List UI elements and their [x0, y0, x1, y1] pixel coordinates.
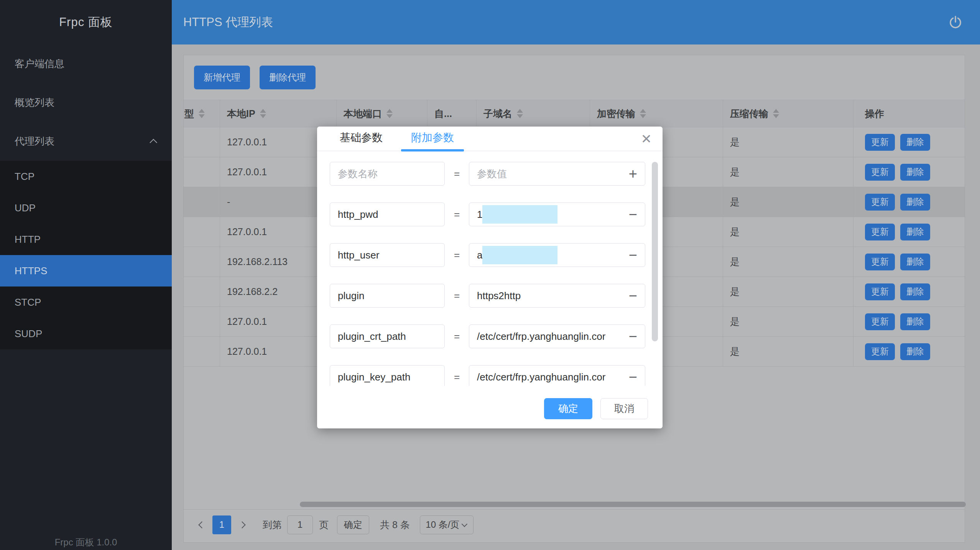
- update-button[interactable]: 更新: [865, 283, 895, 300]
- sidebar: Frpc 面板 客户端信息 概览列表 代理列表 TCP UDP HTTP HTT…: [0, 0, 172, 550]
- param-value-input[interactable]: a −: [469, 243, 645, 267]
- update-button[interactable]: 更新: [865, 164, 895, 181]
- update-button[interactable]: 更新: [865, 254, 895, 270]
- sort-icon[interactable]: [386, 109, 393, 118]
- sidebar-item-proxy-list[interactable]: 代理列表: [0, 122, 172, 161]
- sidebar-item-udp[interactable]: UDP: [0, 192, 172, 224]
- prev-page-button[interactable]: [194, 515, 209, 534]
- column-header-encrypt[interactable]: 加密传输: [590, 100, 723, 127]
- cancel-button[interactable]: 取消: [600, 398, 648, 419]
- redacted-selection: [482, 246, 557, 264]
- table-header-row: 型 本地IP 本地端口 自... 子域名: [184, 100, 965, 127]
- sort-icon[interactable]: [640, 109, 646, 118]
- param-row-new: 参数名称 = 参数值 +: [330, 162, 645, 186]
- param-name-input[interactable]: plugin_crt_path: [330, 324, 445, 348]
- sidebar-item-tcp[interactable]: TCP: [0, 161, 172, 192]
- chevron-down-icon: [462, 521, 468, 527]
- page-size-select[interactable]: 10 条/页: [420, 515, 474, 534]
- dialog-tabs: 基础参数 附加参数 ✕: [317, 127, 663, 151]
- delete-button[interactable]: 删除: [900, 313, 930, 330]
- total-count-label: 共 8 条: [380, 519, 410, 531]
- next-page-button[interactable]: [234, 515, 250, 534]
- page-unit-label: 页: [319, 519, 329, 531]
- tab-extra-params[interactable]: 附加参数: [401, 127, 464, 151]
- goto-confirm-button[interactable]: 确定: [337, 515, 369, 534]
- param-value-input[interactable]: /etc/cert/frp.yanghuanglin.cor −: [469, 324, 645, 348]
- sort-icon[interactable]: [517, 109, 523, 118]
- param-row: http_user = a −: [330, 243, 645, 267]
- delete-button[interactable]: 删除: [900, 283, 930, 300]
- sort-icon[interactable]: [773, 109, 779, 118]
- logout-button[interactable]: [947, 14, 964, 31]
- param-name-input[interactable]: 参数名称: [330, 162, 445, 186]
- delete-button[interactable]: 删除: [900, 343, 930, 360]
- equals-sign: =: [445, 249, 469, 261]
- add-param-icon[interactable]: +: [625, 166, 637, 181]
- remove-param-icon[interactable]: −: [625, 288, 637, 303]
- param-value-input[interactable]: 1 −: [469, 203, 645, 226]
- equals-sign: =: [445, 290, 469, 302]
- topbar: HTTPS 代理列表: [172, 0, 980, 44]
- dialog-footer: 确定 取消: [544, 398, 648, 419]
- param-value-input[interactable]: https2http −: [469, 284, 645, 308]
- sidebar-item-sudp[interactable]: SUDP: [0, 318, 172, 349]
- close-icon[interactable]: ✕: [641, 131, 652, 147]
- proxy-submenu: TCP UDP HTTP HTTPS STCP SUDP: [0, 161, 172, 349]
- app-version: Frpc 面板 1.0.0: [0, 536, 172, 548]
- update-button[interactable]: 更新: [865, 343, 895, 360]
- delete-button[interactable]: 删除: [900, 224, 930, 240]
- column-header-local-port[interactable]: 本地端口: [337, 100, 428, 127]
- column-header-actions: 操作: [853, 100, 965, 127]
- sidebar-item-overview[interactable]: 概览列表: [0, 83, 172, 122]
- equals-sign: =: [445, 331, 469, 343]
- delete-proxy-button[interactable]: 删除代理: [260, 66, 316, 89]
- sidebar-item-http[interactable]: HTTP: [0, 224, 172, 255]
- param-name-input[interactable]: plugin: [330, 284, 445, 308]
- sidebar-item-client-info[interactable]: 客户端信息: [0, 44, 172, 83]
- column-header-type[interactable]: 型: [184, 100, 220, 127]
- equals-sign: =: [445, 371, 469, 383]
- confirm-button[interactable]: 确定: [544, 398, 592, 419]
- delete-button[interactable]: 删除: [900, 134, 930, 151]
- column-header-custom-domain[interactable]: 自...: [428, 100, 477, 127]
- update-button[interactable]: 更新: [865, 194, 895, 211]
- param-row: plugin_key_path = /etc/cert/frp.yanghuan…: [330, 365, 645, 386]
- equals-sign: =: [445, 209, 469, 221]
- delete-button[interactable]: 删除: [900, 254, 930, 270]
- param-value-input[interactable]: /etc/cert/frp.yanghuanglin.cor −: [469, 365, 645, 386]
- column-header-subdomain[interactable]: 子域名: [477, 100, 590, 127]
- column-header-compress[interactable]: 压缩传输: [723, 100, 853, 127]
- page-number-button[interactable]: 1: [212, 515, 231, 534]
- add-proxy-button[interactable]: 新增代理: [194, 66, 250, 89]
- param-row: plugin_crt_path = /etc/cert/frp.yanghuan…: [330, 324, 645, 348]
- remove-param-icon[interactable]: −: [625, 207, 637, 222]
- update-button[interactable]: 更新: [865, 313, 895, 330]
- dialog-scrollbar[interactable]: [652, 162, 658, 341]
- goto-page-input[interactable]: [287, 515, 313, 534]
- param-name-input[interactable]: http_user: [330, 243, 445, 267]
- tab-basic-params[interactable]: 基础参数: [330, 127, 393, 151]
- horizontal-scrollbar[interactable]: [300, 502, 966, 507]
- pagination: 1 到第 页 确定 共 8 条 10 条/页: [184, 510, 965, 540]
- sidebar-item-stcp[interactable]: STCP: [0, 287, 172, 318]
- remove-param-icon[interactable]: −: [625, 370, 637, 384]
- sort-icon[interactable]: [199, 109, 205, 118]
- column-header-local-ip[interactable]: 本地IP: [220, 100, 337, 127]
- chevron-up-icon: [150, 138, 157, 146]
- table-toolbar: 新增代理 删除代理: [184, 55, 965, 100]
- param-name-input[interactable]: plugin_key_path: [330, 365, 445, 386]
- remove-param-icon[interactable]: −: [625, 329, 637, 344]
- sidebar-item-https[interactable]: HTTPS: [0, 255, 172, 287]
- remove-param-icon[interactable]: −: [625, 248, 637, 262]
- update-button[interactable]: 更新: [865, 134, 895, 151]
- update-button[interactable]: 更新: [865, 224, 895, 240]
- page-title: HTTPS 代理列表: [183, 14, 947, 30]
- equals-sign: =: [445, 168, 469, 180]
- delete-button[interactable]: 删除: [900, 164, 930, 181]
- sort-icon[interactable]: [260, 109, 266, 118]
- param-name-input[interactable]: http_pwd: [330, 203, 445, 226]
- app-title: Frpc 面板: [0, 0, 172, 44]
- delete-button[interactable]: 删除: [900, 194, 930, 211]
- proxy-params-dialog: 基础参数 附加参数 ✕ 参数名称 = 参数值 + http_pwd = 1 −: [317, 127, 663, 428]
- param-value-input[interactable]: 参数值 +: [469, 162, 645, 186]
